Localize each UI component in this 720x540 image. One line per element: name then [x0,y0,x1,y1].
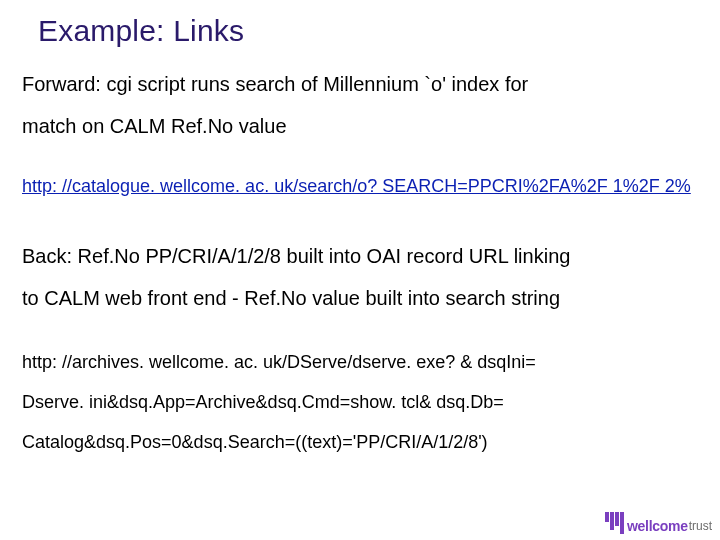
back-url-line-3: Catalog&dsq.Pos=0&dsq.Search=((text)='PP… [22,432,488,453]
back-description-line-2: to CALM web front end - Ref.No value bui… [22,286,560,311]
logo-trust: trust [689,519,712,533]
back-url-line-2: Dserve. ini&dsq.App=Archive&dsq.Cmd=show… [22,392,504,413]
forward-description-line-2: match on CALM Ref.No value [22,114,287,139]
back-description-line-1: Back: Ref.No PP/CRI/A/1/2/8 built into O… [22,244,570,269]
slide: Example: Links Forward: cgi script runs … [0,0,720,540]
logo-word: wellcome [627,518,688,534]
forward-search-link[interactable]: http: //catalogue. wellcome. ac. uk/sear… [22,176,691,197]
back-url-line-1: http: //archives. wellcome. ac. uk/DServ… [22,352,536,373]
logo-mark-icon [605,512,625,534]
wellcome-trust-logo: wellcome trust [605,506,712,534]
slide-title: Example: Links [38,14,244,48]
forward-description-line-1: Forward: cgi script runs search of Mille… [22,72,528,97]
